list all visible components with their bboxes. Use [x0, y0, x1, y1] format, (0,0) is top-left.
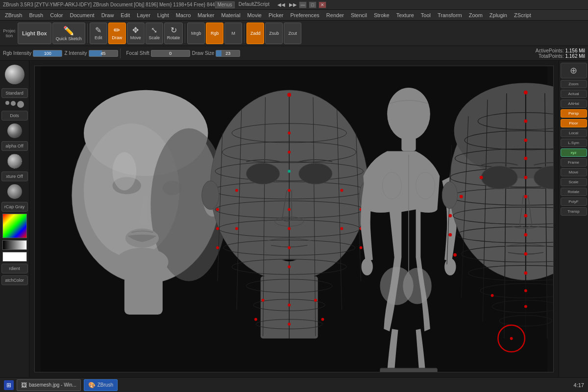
draw-size-slider[interactable]: 23 [216, 50, 240, 57]
menu-draw[interactable]: Draw [98, 11, 117, 19]
menu-render[interactable]: Render [323, 11, 347, 19]
windows-start-icon[interactable]: ⊞ [4, 380, 14, 390]
menu-color[interactable]: Color [47, 11, 66, 19]
alpha-off-label[interactable]: alpha Off [1, 141, 28, 151]
m-button[interactable]: M [224, 23, 242, 44]
menu-brush[interactable]: Brush [26, 11, 46, 19]
zsub-button[interactable]: Zsub [265, 23, 283, 44]
menu-material[interactable]: Material [218, 11, 243, 19]
menu-zbrush[interactable]: ZBrush [2, 11, 25, 19]
rgb-button[interactable]: Rgb [206, 23, 223, 44]
frame-button[interactable]: Frame [561, 158, 587, 167]
menu-tool[interactable]: Tool [418, 11, 434, 19]
menu-zplugin[interactable]: Zplugin [487, 11, 510, 19]
svg-point-51 [235, 189, 238, 192]
svg-point-121 [448, 233, 452, 237]
transp-button[interactable]: Transp [561, 207, 587, 216]
focal-shift-slider[interactable]: 0 [151, 50, 190, 57]
texture-sphere-preview[interactable] [7, 154, 22, 169]
xyz-button[interactable]: xyz [561, 148, 587, 157]
minimize-button[interactable]: — [299, 1, 307, 8]
menu-picker[interactable]: Picker [266, 11, 287, 19]
canvas-area[interactable] [29, 61, 559, 377]
scale-view-button[interactable]: Scale [561, 178, 587, 186]
windows-taskbar-item[interactable]: 🖼 basemesh.jpg - Win... [17, 379, 81, 391]
menu-edit[interactable]: Edit [118, 11, 133, 19]
scale-button[interactable]: ⤡ Scale [146, 23, 163, 44]
menu-macro[interactable]: Macro [173, 11, 194, 19]
quicksketch-button[interactable]: ✏️ Quick Sketch [52, 23, 85, 44]
menu-preferences[interactable]: Preferences [288, 11, 322, 19]
draw-button[interactable]: ✏ Draw [108, 23, 126, 44]
svg-point-130 [442, 182, 457, 209]
scroll-button[interactable]: ⊕ [561, 63, 587, 78]
local-button[interactable]: Local [561, 129, 587, 137]
rotate-icon: ↻ [171, 26, 177, 34]
floor-button[interactable]: Floor [561, 119, 587, 127]
default-zscript-label: DefaultZScript [237, 1, 271, 8]
color-picker-swatch[interactable] [2, 214, 27, 238]
menu-layer[interactable]: Layer [134, 11, 153, 19]
cap-sphere-preview[interactable] [7, 184, 22, 199]
menu-marker[interactable]: Marker [195, 11, 217, 19]
svg-point-59 [262, 299, 265, 302]
maximize-button[interactable]: □ [309, 1, 317, 8]
mrgb-button[interactable]: Mrgb [187, 23, 205, 44]
points-info: ActivePoints: 1.156 Mil TotalPoints: 1.1… [536, 48, 585, 59]
small-sphere-preview[interactable] [7, 123, 22, 138]
menu-texture[interactable]: Texture [393, 11, 417, 19]
zadd-button[interactable]: Zadd [246, 23, 264, 44]
svg-point-62 [321, 318, 324, 321]
toolbar-separator-2 [185, 24, 185, 43]
actual-button[interactable]: Actual [561, 90, 587, 98]
persp-button[interactable]: Persp [561, 109, 587, 118]
menu-transform[interactable]: Transform [435, 11, 465, 19]
zcut-button[interactable]: Zcut [284, 23, 301, 44]
dots-label[interactable]: Dots [1, 111, 28, 121]
gradient-swatch[interactable] [2, 240, 27, 250]
zbrush-taskbar-item[interactable]: 🎨 ZBrush [84, 379, 118, 391]
total-points-text: TotalPoints: 1.162 Mil [539, 53, 585, 59]
menus-btn[interactable]: Menus [215, 1, 235, 8]
menu-light[interactable]: Light [154, 11, 172, 19]
cap-gray-label[interactable]: rCap Gray [1, 202, 28, 212]
polyf-button[interactable]: PolyF [561, 197, 587, 206]
texture-off-label[interactable]: xture Off [1, 172, 28, 181]
svg-point-115 [524, 195, 527, 198]
move-button[interactable]: ✥ Move [127, 23, 145, 44]
sketch-color-label[interactable]: atchColor [1, 275, 28, 285]
lightbox-button[interactable]: Light Box [18, 23, 51, 44]
windows-icon: 🖼 [21, 382, 27, 389]
menu-stroke[interactable]: Stroke [371, 11, 392, 19]
standard-material-btn[interactable]: Standard [1, 88, 28, 98]
edit-button[interactable]: ✎ Edit [90, 23, 107, 44]
z-intensity-group: Z Intensity 45 [64, 50, 118, 57]
gradient-label[interactable]: rdient [1, 264, 28, 273]
options-bar: Rgb Intensity 100 Z Intensity 45 Focal S… [0, 46, 588, 61]
menu-document[interactable]: Document [67, 11, 98, 19]
move-view-button[interactable]: Move [561, 168, 587, 176]
white-swatch[interactable] [2, 252, 27, 262]
z-intensity-slider[interactable]: 45 [89, 50, 118, 57]
menu-zoom[interactable]: Zoom [466, 11, 486, 19]
rgb-intensity-slider[interactable]: 100 [33, 50, 62, 57]
material-sphere-preview[interactable] [5, 65, 24, 84]
close-button[interactable]: ✕ [318, 1, 326, 8]
menu-zscript[interactable]: ZScript [511, 11, 534, 19]
menu-movie[interactable]: Movie [245, 11, 265, 19]
nav-right-icon[interactable]: ▶▶ [289, 2, 297, 7]
rotate-button[interactable]: ↻ Rotate [164, 23, 183, 44]
svg-point-40 [288, 189, 291, 192]
menu-stencil[interactable]: Stencil [348, 11, 370, 19]
aahal-button[interactable]: AAHal [561, 99, 587, 108]
nav-left-icon[interactable]: ◀◀ [277, 2, 285, 7]
zoom-button[interactable]: Zoom [561, 80, 587, 88]
viewport[interactable] [34, 66, 554, 372]
window-controls: Menus DefaultZScript ◀◀ ▶▶ — □ ✕ [215, 1, 326, 8]
svg-point-124 [480, 176, 483, 179]
svg-point-34 [299, 163, 332, 184]
rotate-view-button[interactable]: Rotate [561, 188, 587, 196]
rgb-intensity-value: 100 [44, 51, 51, 56]
svg-point-133 [524, 305, 527, 308]
lsym-button[interactable]: L.Sym [561, 139, 587, 147]
